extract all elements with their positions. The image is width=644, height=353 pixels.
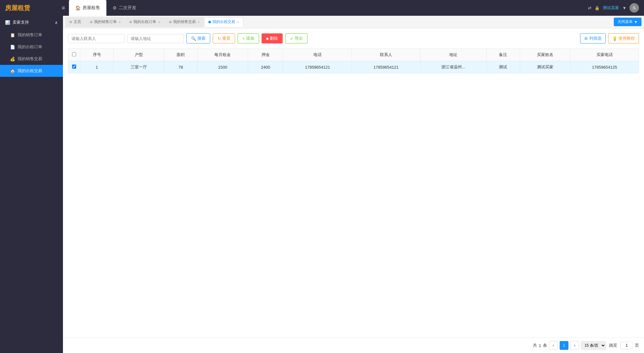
- tutorial-button[interactable]: 💡 使用教程: [608, 33, 639, 43]
- rental-transactions-icon: 🏠: [10, 69, 15, 73]
- delete-label: 删除: [270, 36, 278, 41]
- tab-home-dot: [70, 21, 72, 23]
- cell-deposit: 2400: [248, 61, 283, 73]
- nav-tab-dev-label: 二次开发: [119, 5, 136, 11]
- pagination: 共 1 条 ‹ 1 › 15 条/页 30 条/页 50 条/页 跳至 页: [533, 341, 639, 350]
- cell-monthly-rent: 1500: [197, 61, 248, 73]
- user-dropdown-icon[interactable]: ▼: [622, 6, 626, 10]
- page-size-select[interactable]: 15 条/页 30 条/页 50 条/页: [581, 341, 606, 350]
- main-body: 📊 卖家支持 ∧ 📋 我的销售订单 📄 我的出租订单 💰 我的销售交易 🏠 我的…: [0, 16, 644, 353]
- table-header-row: 序号 户型 面积 每月租金 押金 电话 联系人 地址 备注 买家姓名 买家电话: [68, 49, 639, 61]
- table-body: 1 三室一厅 78 1500 2400 17859654121 17859654…: [68, 61, 639, 73]
- avatar[interactable]: 头: [630, 3, 639, 13]
- col-buyer-phone: 买家电话: [570, 49, 639, 61]
- col-monthly-rent: 每月租金: [197, 49, 248, 61]
- user-name[interactable]: 测试卖家: [603, 5, 619, 11]
- col-address: 地址: [420, 49, 486, 61]
- tab-bar: 主页 我的销售订单 × 我的出租订单 × 我的销售交易 ×: [63, 16, 644, 28]
- select-all-cell[interactable]: [68, 49, 80, 61]
- tab-actions: 关闭菜单 ▼: [614, 18, 641, 26]
- sidebar: 📊 卖家支持 ∧ 📋 我的销售订单 📄 我的出租订单 💰 我的销售交易 🏠 我的…: [0, 16, 63, 353]
- tab-sales-transactions-close[interactable]: ×: [198, 20, 200, 24]
- page-unit: 页: [635, 343, 639, 348]
- tab-sales-orders-close[interactable]: ×: [119, 20, 121, 24]
- reset-button[interactable]: ↻ 重置: [213, 33, 235, 43]
- sidebar-item-sales-transactions-label: 我的销售交易: [18, 56, 42, 62]
- select-all-checkbox[interactable]: [72, 52, 76, 56]
- nav-tab-house-sale[interactable]: 🏠 房屋租售: [69, 0, 106, 16]
- filter-icon: ⚙: [584, 36, 588, 41]
- tab-sales-orders[interactable]: 我的销售订单 ×: [86, 17, 125, 27]
- cell-house-type: 三室一厅: [114, 61, 164, 73]
- goto-input[interactable]: [620, 342, 633, 349]
- sidebar-item-sales-orders[interactable]: 📋 我的销售订单: [0, 29, 63, 41]
- toolbar: 🔍 搜索 ↻ 重置 + 添加 ■ 删除: [68, 33, 639, 43]
- cell-buyer-phone: 17859654125: [570, 61, 639, 73]
- contact-input[interactable]: [68, 34, 125, 43]
- col-deposit: 押金: [248, 49, 283, 61]
- cell-contact: 17859654121: [352, 61, 421, 73]
- export-label: 导出: [295, 36, 303, 41]
- add-button[interactable]: + 添加: [238, 33, 259, 43]
- row-checkbox[interactable]: [72, 65, 76, 69]
- tab-rental-orders-label: 我的出租订单: [133, 19, 156, 25]
- nav-tab-house-sale-label: 房屋租售: [82, 5, 100, 11]
- export-button[interactable]: ✓ 导出: [285, 33, 308, 43]
- sidebar-item-rental-transactions-label: 我的出租交易: [18, 68, 42, 74]
- tab-rental-orders[interactable]: 我的出租订单 ×: [125, 17, 164, 27]
- search-button[interactable]: 🔍 搜索: [186, 33, 210, 43]
- tab-rental-transactions-label: 我的出租交易: [212, 19, 235, 25]
- col-area: 面积: [164, 49, 197, 61]
- tab-rental-transactions-dot: [208, 21, 211, 23]
- prev-page-button[interactable]: ‹: [549, 341, 558, 350]
- tab-home[interactable]: 主页: [65, 17, 85, 27]
- delete-button[interactable]: ■ 删除: [262, 33, 283, 43]
- toolbar-right: ⚙ 列筛选 💡 使用教程: [580, 33, 639, 43]
- sidebar-item-rental-transactions[interactable]: 🏠 我的出租交易: [0, 65, 63, 77]
- close-menu-button[interactable]: 关闭菜单 ▼: [614, 18, 641, 26]
- next-page-button[interactable]: ›: [570, 341, 579, 350]
- pagination-total-label: 共: [533, 343, 537, 348]
- house-sale-icon: 🏠: [75, 5, 81, 10]
- dev-icon: ⚙: [113, 5, 117, 10]
- goto-label: 跳至: [609, 343, 617, 348]
- rental-orders-icon: 📄: [10, 45, 15, 49]
- reset-label: 重置: [222, 36, 230, 41]
- tutorial-label: 使用教程: [619, 36, 635, 41]
- nav-tab-dev[interactable]: ⚙ 二次开发: [106, 0, 143, 16]
- filter-label: 列筛选: [589, 36, 602, 41]
- col-house-type: 户型: [114, 49, 164, 61]
- seller-support-icon: 📊: [5, 20, 10, 25]
- data-table: 序号 户型 面积 每月租金 押金 电话 联系人 地址 备注 买家姓名 买家电话: [68, 48, 639, 73]
- footer: 共 1 条 ‹ 1 › 15 条/页 30 条/页 50 条/页 跳至 页: [63, 338, 644, 353]
- tab-sales-transactions-dot: [169, 21, 172, 23]
- filter-button[interactable]: ⚙ 列筛选: [580, 33, 606, 43]
- sidebar-item-rental-orders[interactable]: 📄 我的出租订单: [0, 41, 63, 53]
- export-icon: ✓: [290, 36, 293, 41]
- tab-rental-transactions[interactable]: 我的出租交易 ×: [204, 17, 243, 27]
- header: 房屋租赁 ≡ 🏠 房屋租售 ⚙ 二次开发 ⇄ 🔒 测试卖家 ▼ 头: [0, 0, 644, 16]
- sidebar-collapse-icon: ∧: [55, 20, 58, 25]
- tutorial-icon: 💡: [612, 36, 617, 41]
- tab-sales-transactions-label: 我的销售交易: [173, 19, 196, 25]
- close-menu-label: 关闭菜单: [618, 19, 633, 25]
- content-area: 主页 我的销售订单 × 我的出租订单 × 我的销售交易 ×: [63, 16, 644, 353]
- sidebar-section-header[interactable]: 📊 卖家支持 ∧: [0, 16, 63, 29]
- add-icon: +: [242, 36, 245, 41]
- row-checkbox-cell[interactable]: [68, 61, 80, 73]
- address-input[interactable]: [127, 34, 184, 43]
- cell-buyer-name: 测试买家: [520, 61, 570, 73]
- sidebar-item-sales-orders-label: 我的销售订单: [18, 32, 42, 38]
- page-1-button[interactable]: 1: [560, 341, 568, 350]
- nav-tabs: 🏠 房屋租售 ⚙ 二次开发: [69, 0, 143, 16]
- menu-toggle-button[interactable]: ≡: [62, 5, 65, 11]
- tab-rental-transactions-close[interactable]: ×: [237, 20, 239, 24]
- sidebar-item-sales-transactions[interactable]: 💰 我的销售交易: [0, 53, 63, 65]
- tab-sales-transactions[interactable]: 我的销售交易 ×: [165, 17, 204, 27]
- tab-rental-orders-close[interactable]: ×: [158, 20, 160, 24]
- sales-transactions-icon: 💰: [10, 57, 15, 61]
- col-phone: 电话: [283, 49, 352, 61]
- col-buyer-name: 买家姓名: [520, 49, 570, 61]
- sidebar-item-rental-orders-label: 我的出租订单: [18, 44, 42, 50]
- tab-rental-orders-dot: [129, 21, 132, 23]
